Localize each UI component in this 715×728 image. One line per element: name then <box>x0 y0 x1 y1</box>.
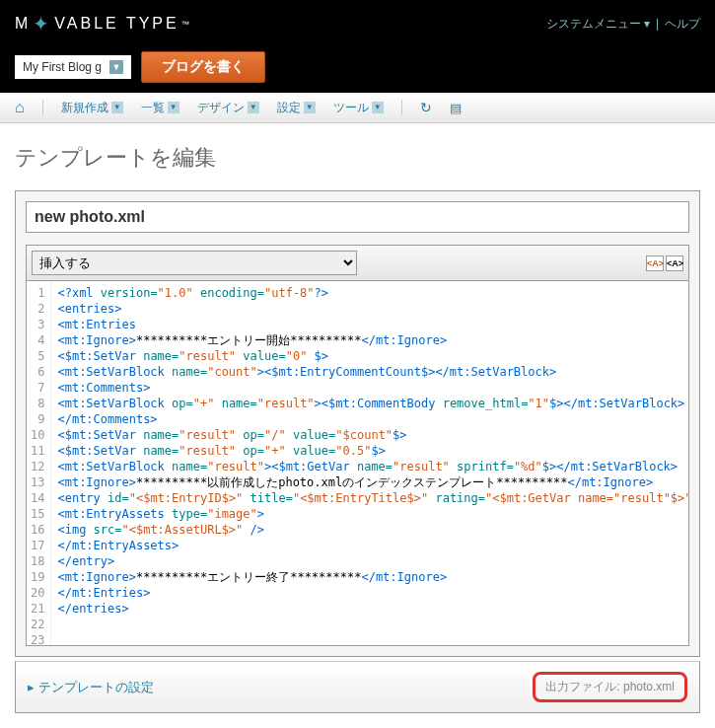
nav-tools[interactable]: ツール▼ <box>333 100 384 116</box>
chevron-down-icon: ▼ <box>111 102 123 113</box>
write-blog-button[interactable]: ブログを書く <box>141 51 265 83</box>
chevron-down-icon: ▼ <box>248 102 259 113</box>
refresh-icon[interactable]: ↻ <box>420 100 432 115</box>
content-area: テンプレートを編集 挿入する <A> <A> 12345678910111213… <box>0 123 715 728</box>
tool-icons: <A> <A> <box>646 255 683 271</box>
nav-list[interactable]: 一覧▼ <box>141 100 179 116</box>
blog-selector[interactable]: My First Blog g ▼ <box>15 55 131 79</box>
chevron-down-icon: ▼ <box>372 102 384 113</box>
logo-icon: ✦ <box>33 12 52 36</box>
insert-select[interactable]: 挿入する <box>32 251 357 275</box>
nav-create[interactable]: 新規作成▼ <box>61 100 123 116</box>
nav-design[interactable]: デザイン▼ <box>197 100 259 116</box>
help-link[interactable]: ヘルプ <box>665 17 700 31</box>
template-name-input[interactable] <box>26 201 689 233</box>
page-icon[interactable]: ▤ <box>450 101 462 115</box>
code-content[interactable]: <?xml version="1.0" encoding="utf-8"?> <… <box>51 281 688 645</box>
main-nav: ⌂ 新規作成▼ 一覧▼ デザイン▼ 設定▼ ツール▼ ↻ ▤ <box>0 93 715 123</box>
editor-panel: 挿入する <A> <A> 123456789101112131415161718… <box>15 190 700 657</box>
nav-settings[interactable]: 設定▼ <box>277 100 316 116</box>
system-menu-link[interactable]: システムメニュー ▾ <box>546 17 650 31</box>
editor-toolbar: 挿入する <A> <A> <box>26 245 689 281</box>
logo[interactable]: M✦VABLE TYPE™ <box>15 12 192 36</box>
top-bar: M✦VABLE TYPE™ システムメニュー ▾|ヘルプ <box>0 0 715 47</box>
logo-text: M <box>15 15 31 33</box>
top-links: システムメニュー ▾|ヘルプ <box>546 16 700 33</box>
tag-highlight-icon[interactable]: <A> <box>646 255 664 271</box>
chevron-down-icon: ▼ <box>109 60 123 74</box>
logo-text: VABLE TYPE <box>54 15 179 33</box>
home-icon[interactable]: ⌂ <box>15 99 25 116</box>
code-editor[interactable]: 123456789101112131415161718192021222324 … <box>26 281 689 646</box>
logo-tm: ™ <box>181 20 192 29</box>
output-label: 出力ファイル: <box>545 680 619 693</box>
tag-plain-icon[interactable]: <A> <box>666 255 683 271</box>
blog-name: My First Blog g <box>23 60 102 74</box>
output-file-box: 出力ファイル: photo.xml <box>533 672 687 702</box>
chevron-down-icon: ▼ <box>304 102 316 113</box>
settings-bar: テンプレートの設定 出力ファイル: photo.xml <box>15 661 700 713</box>
template-settings-link[interactable]: テンプレートの設定 <box>28 679 154 696</box>
blog-bar: My First Blog g ▼ ブログを書く <box>0 47 715 93</box>
page-title: テンプレートを編集 <box>15 143 700 173</box>
line-gutter: 123456789101112131415161718192021222324 <box>27 281 51 645</box>
chevron-down-icon: ▼ <box>168 102 179 113</box>
output-filename: photo.xml <box>623 680 675 693</box>
